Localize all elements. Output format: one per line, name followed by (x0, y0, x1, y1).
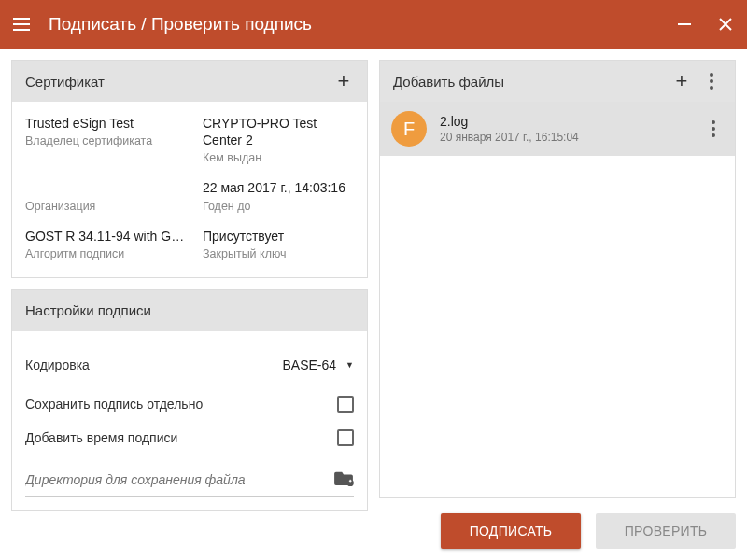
cert-validto-value: 22 мая 2017 г., 14:03:16 (203, 179, 354, 196)
timestamp-label: Добавить время подписи (25, 430, 337, 445)
file-row-more-button[interactable] (703, 120, 724, 137)
cert-algo-label: Алгоритм подписи (25, 247, 193, 260)
file-avatar: F (391, 111, 427, 147)
close-button[interactable] (717, 16, 734, 33)
menu-icon[interactable] (13, 14, 34, 35)
cert-issuer-label: Кем выдан (203, 151, 354, 164)
file-name: 2.log (440, 114, 690, 129)
cert-privkey-label: Закрытый ключ (203, 247, 354, 260)
action-button-bar: ПОДПИСАТЬ ПРОВЕРИТЬ (379, 510, 736, 549)
timestamp-checkbox[interactable] (337, 429, 354, 446)
detached-checkbox[interactable] (337, 396, 354, 413)
cert-issuer-value: CRYPTO-PRO Test Center 2 (203, 115, 354, 148)
title-bar: Подписать / Проверить подпись (0, 0, 747, 49)
minimize-button[interactable] (676, 16, 693, 33)
cert-owner-label: Владелец сертификата (25, 134, 193, 147)
file-date: 20 января 2017 г., 16:15:04 (440, 131, 690, 144)
cert-org-label: Организация (25, 200, 193, 213)
cert-owner-value: Trusted eSign Test (25, 115, 193, 132)
folder-icon[interactable] (333, 469, 354, 490)
detached-label: Сохранить подпись отдельно (25, 397, 337, 412)
window-title: Подписать / Проверить подпись (49, 14, 676, 35)
cert-privkey-value: Присутствует (203, 228, 354, 245)
add-file-button[interactable]: + (671, 69, 692, 93)
certificate-card-title: Сертификат (25, 74, 333, 90)
certificate-card: Сертификат + Trusted eSign Test Владелец… (11, 60, 368, 278)
svg-rect-4 (350, 480, 351, 483)
save-directory-input[interactable] (25, 472, 324, 487)
cert-org-value (25, 179, 193, 196)
encoding-label: Кодировка (25, 357, 282, 372)
cert-algo-value: GOST R 34.11-94 with GOS.. (25, 228, 193, 245)
files-card: Добавить файлы + F 2.log 20 января 2017 … (379, 60, 736, 498)
settings-card-title: Настройки подписи (25, 302, 354, 318)
dropdown-icon: ▼ (345, 360, 354, 370)
file-row[interactable]: F 2.log 20 января 2017 г., 16:15:04 (380, 102, 735, 156)
sign-button[interactable]: ПОДПИСАТЬ (441, 513, 581, 549)
signature-settings-card: Настройки подписи Кодировка BASE-64 ▼ Со… (11, 289, 368, 511)
add-certificate-button[interactable]: + (333, 69, 354, 93)
cert-validto-label: Годен до (203, 200, 354, 213)
files-card-title: Добавить файлы (393, 74, 671, 90)
encoding-value: BASE-64 (282, 357, 336, 372)
verify-button[interactable]: ПРОВЕРИТЬ (596, 513, 736, 549)
encoding-select[interactable]: BASE-64 ▼ (282, 357, 354, 372)
files-more-button[interactable] (701, 73, 722, 90)
